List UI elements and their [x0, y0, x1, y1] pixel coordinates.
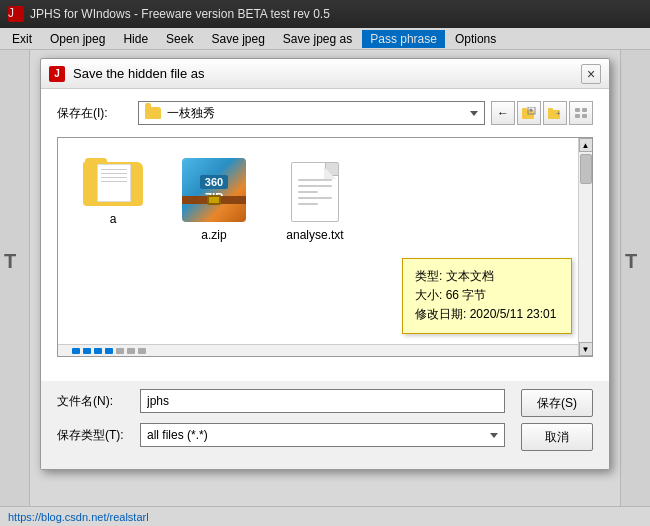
location-label: 保存在(I):: [57, 105, 132, 122]
form-rows-left: 文件名(N): 保存类型(T): all files (*.*): [57, 389, 505, 457]
file-a-label: a: [110, 212, 117, 226]
form-rows-container: 文件名(N): 保存类型(T): all files (*.*) 保存(S): [57, 389, 593, 457]
dialog-overlay: J Save the hidden file as × 保存在(I): 一枝独秀…: [0, 0, 650, 526]
new-folder-icon: +: [548, 107, 562, 119]
svg-rect-11: [575, 114, 580, 118]
filetype-arrow-icon: [490, 433, 498, 438]
txt-fold: [324, 167, 336, 179]
tooltip-date: 修改日期: 2020/5/11 23:01: [415, 305, 559, 324]
file-item-analyse[interactable]: analyse.txt: [280, 154, 350, 246]
location-current: 一枝独秀: [167, 105, 215, 122]
file-grid: a 360 ZIP a.zip: [58, 138, 592, 262]
dialog-icon: J: [49, 66, 65, 82]
h-dot-6: [127, 348, 135, 354]
txt-line-3: [298, 191, 318, 193]
file-item-a[interactable]: a: [78, 154, 148, 230]
up-folder-button[interactable]: [517, 101, 541, 125]
file-item-azip[interactable]: 360 ZIP a.zip: [178, 154, 250, 246]
scroll-thumb[interactable]: [580, 154, 592, 184]
filename-input[interactable]: [140, 389, 505, 413]
location-dropdown-inner: 一枝独秀: [145, 105, 470, 122]
txt-line-5: [298, 203, 318, 205]
filename-row: 文件名(N):: [57, 389, 505, 413]
save-dialog: J Save the hidden file as × 保存在(I): 一枝独秀…: [40, 58, 610, 470]
h-dot-5: [116, 348, 124, 354]
view-button[interactable]: [569, 101, 593, 125]
dialog-body: 保存在(I): 一枝独秀 ←: [41, 89, 609, 381]
filetype-row: 保存类型(T): all files (*.*): [57, 423, 505, 447]
file-azip-label: a.zip: [201, 228, 226, 242]
filetype-value: all files (*.*): [147, 428, 490, 442]
dialog-titlebar: J Save the hidden file as ×: [41, 59, 609, 89]
svg-rect-10: [582, 108, 587, 112]
save-button[interactable]: 保存(S): [521, 389, 593, 417]
zip-bg: 360 ZIP: [182, 158, 246, 222]
vertical-scrollbar[interactable]: ▲ ▼: [578, 138, 592, 356]
file-analyse-label: analyse.txt: [286, 228, 343, 242]
zip-icon: 360 ZIP: [182, 158, 246, 222]
toolbar-buttons: ←: [491, 101, 593, 125]
txt-lines: [298, 179, 332, 209]
txt-icon: [289, 158, 341, 222]
svg-rect-9: [575, 108, 580, 112]
dialog-close-button[interactable]: ×: [581, 64, 601, 84]
up-folder-icon: [522, 107, 536, 119]
txt-line-1: [298, 179, 332, 181]
file-area: ▲ ▼ a: [57, 137, 593, 357]
zip-label-text: 360: [200, 175, 228, 189]
horizontal-scrollbar[interactable]: [58, 344, 578, 356]
scroll-down-button[interactable]: ▼: [579, 342, 593, 356]
new-folder-button[interactable]: +: [543, 101, 567, 125]
filename-label: 文件名(N):: [57, 393, 132, 410]
scroll-up-button[interactable]: ▲: [579, 138, 593, 152]
h-dot-1: [72, 348, 80, 354]
txt-line-4: [298, 197, 332, 199]
svg-rect-12: [582, 114, 587, 118]
filetype-label: 保存类型(T):: [57, 427, 132, 444]
file-tooltip: 类型: 文本文档 大小: 66 字节 修改日期: 2020/5/11 23:01: [402, 258, 572, 334]
dialog-action-buttons: 保存(S) 取消: [521, 389, 593, 457]
svg-rect-7: [548, 108, 553, 111]
form-area: 文件名(N): 保存类型(T): all files (*.*) 保存(S): [41, 381, 609, 469]
h-scroll-track: [72, 348, 146, 354]
txt-paper: [291, 162, 339, 222]
location-dropdown[interactable]: 一枝独秀: [138, 101, 485, 125]
svg-text:+: +: [556, 109, 561, 118]
cancel-button[interactable]: 取消: [521, 423, 593, 451]
h-dot-3: [94, 348, 102, 354]
view-icon: [574, 107, 588, 119]
location-dropdown-arrow: [470, 111, 478, 116]
svg-line-5: [531, 109, 533, 111]
zip-buckle: [207, 195, 221, 205]
filetype-dropdown[interactable]: all files (*.*): [140, 423, 505, 447]
txt-line-2: [298, 185, 332, 187]
folder-body: [83, 162, 143, 206]
folder-a-icon: [83, 158, 143, 206]
tooltip-size: 大小: 66 字节: [415, 286, 559, 305]
svg-rect-1: [522, 108, 527, 111]
h-dot-2: [83, 348, 91, 354]
folder-paper: [97, 164, 131, 202]
location-row: 保存在(I): 一枝独秀 ←: [57, 101, 593, 125]
h-dot-7: [138, 348, 146, 354]
dialog-title: Save the hidden file as: [73, 66, 581, 81]
location-folder-icon: [145, 107, 161, 119]
tooltip-type: 类型: 文本文档: [415, 267, 559, 286]
h-dot-4: [105, 348, 113, 354]
back-button[interactable]: ←: [491, 101, 515, 125]
